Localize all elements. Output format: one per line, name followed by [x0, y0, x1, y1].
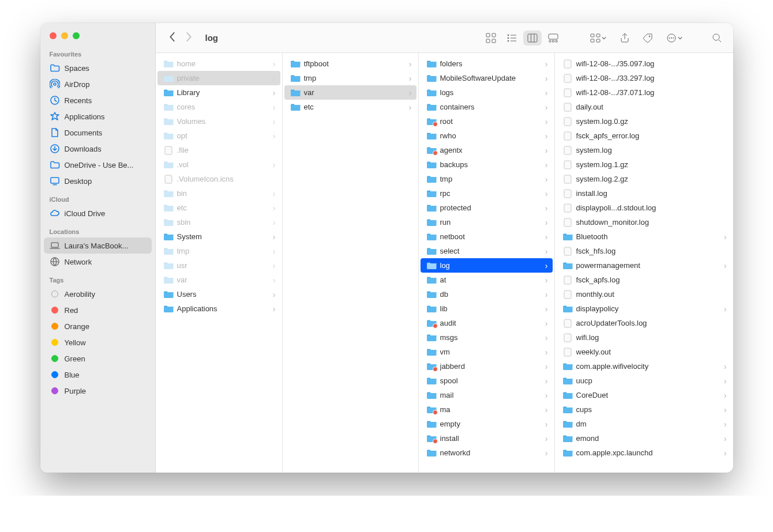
folder-row[interactable]: com.apple.xpc.launchd›: [557, 446, 731, 460]
folder-row[interactable]: bin›: [157, 186, 280, 201]
folder-row[interactable]: etc›: [157, 201, 280, 215]
file-row[interactable]: wifi-12-08-.../35.097.log: [557, 56, 731, 71]
file-row[interactable]: wifi-12-08-.../33.297.log: [557, 71, 731, 85]
folder-row[interactable]: jabberd›: [421, 359, 553, 373]
zoom-window-button[interactable]: [73, 32, 80, 39]
folder-row[interactable]: Volumes›: [157, 114, 280, 129]
sidebar-item[interactable]: Laura's MacBook...: [44, 237, 152, 254]
sidebar-item[interactable]: AirDrop: [44, 76, 152, 92]
column-1[interactable]: home›private›Library›cores›Volumes›opt›.…: [156, 53, 283, 473]
sidebar-item[interactable]: Aerobility: [44, 286, 152, 302]
folder-row[interactable]: home›: [157, 56, 280, 71]
file-row[interactable]: wifi.log: [557, 330, 731, 345]
back-button[interactable]: [168, 32, 177, 44]
file-row[interactable]: .VolumeIcon.icns: [157, 172, 280, 186]
folder-row[interactable]: ma›: [421, 402, 553, 417]
folder-row[interactable]: backups›: [421, 157, 553, 172]
folder-row[interactable]: rwho›: [421, 129, 553, 143]
share-button[interactable]: [616, 31, 634, 46]
column-4[interactable]: wifi-12-08-.../35.097.logwifi-12-08-.../…: [555, 53, 733, 473]
file-row[interactable]: system.log: [557, 143, 731, 157]
sidebar-item[interactable]: iCloud Drive: [44, 205, 152, 221]
sidebar-item[interactable]: Yellow: [44, 334, 152, 350]
file-row[interactable]: install.log: [557, 186, 731, 201]
file-row[interactable]: displaypoli...d.stdout.log: [557, 201, 731, 215]
sidebar-item[interactable]: Spaces: [44, 60, 152, 76]
sidebar-item[interactable]: Red: [44, 302, 152, 318]
forward-button[interactable]: [185, 32, 193, 44]
sidebar-item[interactable]: Applications: [44, 108, 152, 124]
folder-row[interactable]: select›: [421, 244, 553, 258]
file-row[interactable]: daily.out: [557, 100, 731, 114]
sidebar-item[interactable]: Purple: [44, 383, 152, 399]
list-view-button[interactable]: [502, 31, 521, 46]
folder-row[interactable]: folders›: [421, 56, 553, 71]
folder-row[interactable]: networkd›: [421, 446, 553, 460]
file-row[interactable]: system.log.1.gz: [557, 157, 731, 172]
folder-row[interactable]: msgs›: [421, 330, 553, 345]
gallery-view-button[interactable]: [544, 31, 562, 46]
close-window-button[interactable]: [50, 32, 57, 39]
sidebar-item[interactable]: OneDrive - Use Be...: [44, 157, 152, 173]
folder-row[interactable]: vm›: [421, 345, 553, 359]
file-row[interactable]: fsck_hfs.log: [557, 244, 731, 258]
folder-row[interactable]: cups›: [557, 402, 731, 417]
folder-row[interactable]: root›: [421, 114, 553, 129]
folder-row[interactable]: powermanagement›: [557, 258, 731, 273]
file-row[interactable]: weekly.out: [557, 345, 731, 359]
folder-row[interactable]: usr›: [157, 258, 280, 273]
folder-row[interactable]: com.apple.wifivelocity›: [557, 359, 731, 373]
sidebar-item[interactable]: Documents: [44, 124, 152, 141]
file-row[interactable]: monthly.out: [557, 287, 731, 301]
folder-row[interactable]: log›: [421, 258, 553, 273]
column-3[interactable]: folders›MobileSoftwareUpdate›logs›contai…: [419, 53, 555, 473]
folder-row[interactable]: uucp›: [557, 373, 731, 388]
folder-row[interactable]: cores›: [157, 100, 280, 114]
folder-row[interactable]: mail›: [421, 388, 553, 402]
file-row[interactable]: system.log.2.gz: [557, 172, 731, 186]
actions-button[interactable]: [662, 31, 687, 46]
folder-row[interactable]: var›: [284, 85, 416, 100]
folder-row[interactable]: var›: [157, 273, 280, 287]
minimize-window-button[interactable]: [61, 32, 68, 39]
sidebar-item[interactable]: Desktop: [44, 173, 152, 189]
folder-row[interactable]: System›: [157, 229, 280, 244]
folder-row[interactable]: tftpboot›: [284, 56, 416, 71]
sidebar-item[interactable]: Network: [44, 254, 152, 270]
folder-row[interactable]: private›: [157, 71, 280, 85]
folder-row[interactable]: Users›: [157, 287, 280, 301]
sidebar-item[interactable]: Blue: [44, 367, 152, 383]
file-row[interactable]: fsck_apfs_error.log: [557, 129, 731, 143]
folder-row[interactable]: logs›: [421, 85, 553, 100]
file-row[interactable]: system.log.0.gz: [557, 114, 731, 129]
folder-row[interactable]: displaypolicy›: [557, 301, 731, 316]
folder-row[interactable]: tmp›: [421, 172, 553, 186]
folder-row[interactable]: containers›: [421, 100, 553, 114]
folder-row[interactable]: opt›: [157, 129, 280, 143]
folder-row[interactable]: db›: [421, 287, 553, 301]
folder-row[interactable]: sbin›: [157, 215, 280, 229]
folder-row[interactable]: tmp›: [157, 244, 280, 258]
folder-row[interactable]: Bluetooth›: [557, 229, 731, 244]
folder-row[interactable]: run›: [421, 215, 553, 229]
folder-row[interactable]: emond›: [557, 431, 731, 446]
folder-row[interactable]: Library›: [157, 85, 280, 100]
file-row[interactable]: wifi-12-08-.../37.071.log: [557, 85, 731, 100]
column-view-button[interactable]: [523, 31, 542, 46]
sidebar-item[interactable]: Orange: [44, 318, 152, 334]
file-row[interactable]: fsck_apfs.log: [557, 273, 731, 287]
search-button[interactable]: [708, 31, 726, 46]
folder-row[interactable]: dm›: [557, 417, 731, 431]
group-by-button[interactable]: [586, 31, 611, 46]
column-2[interactable]: tftpboot›tmp›var›etc›: [283, 53, 419, 473]
folder-row[interactable]: audit›: [421, 316, 553, 330]
sidebar-item[interactable]: Downloads: [44, 141, 152, 157]
folder-row[interactable]: empty›: [421, 417, 553, 431]
tags-button[interactable]: [639, 31, 657, 46]
sidebar-item[interactable]: Recents: [44, 92, 152, 108]
folder-row[interactable]: MobileSoftwareUpdate›: [421, 71, 553, 85]
icon-view-button[interactable]: [482, 31, 500, 46]
folder-row[interactable]: .vol›: [157, 157, 280, 172]
folder-row[interactable]: tmp›: [284, 71, 416, 85]
folder-row[interactable]: CoreDuet›: [557, 388, 731, 402]
